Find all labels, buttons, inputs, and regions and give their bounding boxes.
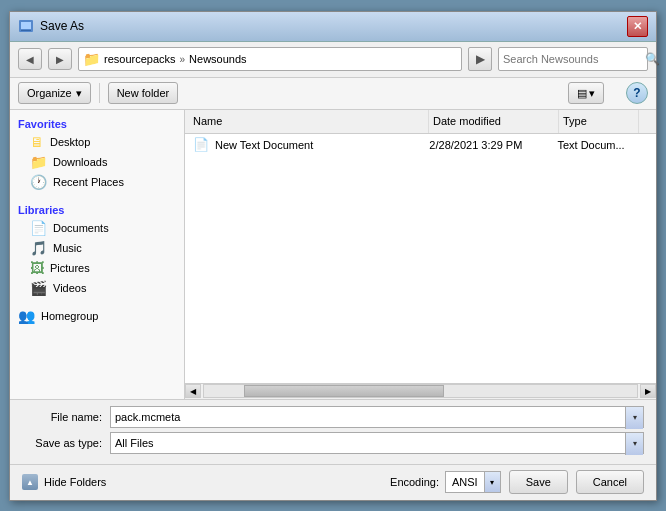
hide-folders-label: Hide Folders <box>44 476 106 488</box>
sidebar-item-label-downloads: Downloads <box>53 156 107 168</box>
documents-icon: 📄 <box>30 220 47 236</box>
sidebar-item-label-desktop: Desktop <box>50 136 90 148</box>
title-bar: Save As ✕ <box>10 12 656 42</box>
file-list: 📄 New Text Document 2/28/2021 3:29 PM Te… <box>185 134 656 383</box>
encoding-section: Encoding: ANSI ▾ <box>390 471 501 493</box>
forward-button[interactable]: ▶ <box>48 48 72 70</box>
homegroup-icon: 👥 <box>18 308 35 324</box>
organize-button[interactable]: Organize ▾ <box>18 82 91 104</box>
sidebar-item-documents[interactable]: 📄 Documents <box>10 218 184 238</box>
favorites-section[interactable]: Favorites <box>10 114 184 132</box>
view-icon: ▤ <box>577 87 587 100</box>
encoding-dropdown[interactable]: ANSI ▾ <box>445 471 501 493</box>
footer-buttons: Encoding: ANSI ▾ Save Cancel <box>390 470 644 494</box>
back-button[interactable]: ◀ <box>18 48 42 70</box>
savetype-dropdown[interactable]: All Files ▾ <box>110 432 644 454</box>
svg-rect-1 <box>21 22 31 29</box>
view-arrow: ▾ <box>589 87 595 100</box>
encoding-arrow[interactable]: ▾ <box>484 472 500 492</box>
sidebar-item-homegroup[interactable]: 👥 Homegroup <box>10 306 184 326</box>
file-type-cell: Text Docum... <box>553 139 652 151</box>
sidebar-item-downloads[interactable]: 📁 Downloads <box>10 152 184 172</box>
filename-input[interactable] <box>111 407 625 427</box>
desktop-icon: 🖥 <box>30 134 44 150</box>
refresh-button[interactable]: ▶ <box>468 47 492 71</box>
hide-folders-icon: ▲ <box>22 474 38 490</box>
view-button[interactable]: ▤ ▾ <box>568 82 604 104</box>
dialog-icon <box>18 18 34 34</box>
table-row[interactable]: 📄 New Text Document 2/28/2021 3:29 PM Te… <box>185 134 656 156</box>
breadcrumb-folder-icon: 📁 <box>83 51 100 67</box>
new-folder-button[interactable]: New folder <box>108 82 179 104</box>
cancel-button[interactable]: Cancel <box>576 470 644 494</box>
new-folder-label: New folder <box>117 87 170 99</box>
sidebar-item-recent-places[interactable]: 🕐 Recent Places <box>10 172 184 192</box>
sidebar-item-label-documents: Documents <box>53 222 109 234</box>
save-as-dialog: Save As ✕ ◀ ▶ 📁 resourcepacks » Newsound… <box>9 11 657 501</box>
filename-field-wrapper: ▾ <box>110 406 644 428</box>
sidebar-item-music[interactable]: 🎵 Music <box>10 238 184 258</box>
sidebar-item-label-music: Music <box>53 242 82 254</box>
encoding-value: ANSI <box>446 472 484 492</box>
main-area: Favorites 🖥 Desktop 📁 Downloads 🕐 Recent… <box>10 110 656 399</box>
action-bar: Organize ▾ New folder ▤ ▾ ? <box>10 78 656 110</box>
libraries-section[interactable]: Libraries <box>10 200 184 218</box>
file-area: Name Date modified Type 📄 New Text Docum… <box>185 110 656 399</box>
filename-dropdown-arrow[interactable]: ▾ <box>625 407 643 429</box>
recent-places-icon: 🕐 <box>30 174 47 190</box>
sidebar-item-label-pictures: Pictures <box>50 262 90 274</box>
videos-icon: 🎬 <box>30 280 47 296</box>
title-bar-left: Save As <box>18 18 84 34</box>
help-button[interactable]: ? <box>626 82 648 104</box>
dialog-title: Save As <box>40 19 84 33</box>
search-icon: 🔍 <box>645 52 660 66</box>
bottom-form: File name: ▾ Save as type: All Files ▾ <box>10 399 656 464</box>
refresh-icon: ▶ <box>476 52 485 66</box>
col-date-label: Date modified <box>433 115 501 127</box>
organize-label: Organize <box>27 87 72 99</box>
col-type-label: Type <box>563 115 587 127</box>
filename-row: File name: ▾ <box>22 406 644 428</box>
footer-bar: ▲ Hide Folders Encoding: ANSI ▾ Save Can… <box>10 464 656 500</box>
col-type[interactable]: Type <box>559 110 639 133</box>
pictures-icon: 🖼 <box>30 260 44 276</box>
hide-folders-button[interactable]: ▲ Hide Folders <box>22 474 106 490</box>
scrollbar-left-btn[interactable]: ◀ <box>185 384 201 398</box>
sidebar-item-videos[interactable]: 🎬 Videos <box>10 278 184 298</box>
sidebar-item-label-recent: Recent Places <box>53 176 124 188</box>
sidebar-item-desktop[interactable]: 🖥 Desktop <box>10 132 184 152</box>
organize-arrow: ▾ <box>76 87 82 100</box>
breadcrumb-bar[interactable]: 📁 resourcepacks » Newsounds <box>78 47 462 71</box>
col-date[interactable]: Date modified <box>429 110 559 133</box>
downloads-icon: 📁 <box>30 154 47 170</box>
savetype-value: All Files <box>111 433 625 453</box>
close-button[interactable]: ✕ <box>627 16 648 37</box>
search-input[interactable] <box>503 53 641 65</box>
savetype-arrow[interactable]: ▾ <box>625 433 643 455</box>
filename-label: File name: <box>22 411 102 423</box>
search-bar[interactable]: 🔍 <box>498 47 648 71</box>
music-icon: 🎵 <box>30 240 47 256</box>
toolbar-separator <box>99 83 100 103</box>
forward-icon: ▶ <box>56 54 64 65</box>
file-icon: 📄 <box>193 137 209 152</box>
file-header: Name Date modified Type <box>185 110 656 134</box>
col-name-label: Name <box>193 115 222 127</box>
sidebar: Favorites 🖥 Desktop 📁 Downloads 🕐 Recent… <box>10 110 185 399</box>
breadcrumb-arrow: » <box>180 54 186 65</box>
scrollbar-track[interactable] <box>203 384 638 398</box>
col-name[interactable]: Name <box>189 110 429 133</box>
scrollbar-thumb[interactable] <box>244 385 444 397</box>
sidebar-item-label-homegroup: Homegroup <box>41 310 98 322</box>
savetype-label: Save as type: <box>22 437 102 449</box>
scrollbar-right-btn[interactable]: ▶ <box>640 384 656 398</box>
breadcrumb-part1: resourcepacks <box>104 53 176 65</box>
save-button[interactable]: Save <box>509 470 568 494</box>
file-date-cell: 2/28/2021 3:29 PM <box>425 139 553 151</box>
sidebar-item-label-videos: Videos <box>53 282 86 294</box>
svg-rect-2 <box>21 30 31 31</box>
savetype-row: Save as type: All Files ▾ <box>22 432 644 454</box>
sidebar-item-pictures[interactable]: 🖼 Pictures <box>10 258 184 278</box>
address-toolbar: ◀ ▶ 📁 resourcepacks » Newsounds ▶ 🔍 <box>10 42 656 78</box>
horizontal-scrollbar[interactable]: ◀ ▶ <box>185 383 656 399</box>
